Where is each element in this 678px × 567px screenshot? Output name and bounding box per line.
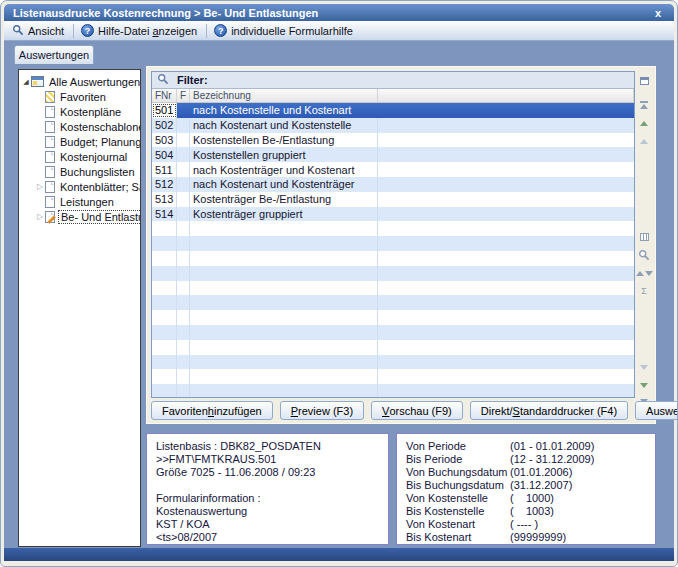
table-row-empty[interactable] [152, 384, 634, 398]
cell-f [177, 295, 190, 310]
sort-icon[interactable] [638, 267, 651, 279]
table-row[interactable]: 512nach Kostenart und Kostenträger [152, 177, 634, 192]
info-line: Größe 7025 - 11.06.2008 / 09:23 [156, 466, 379, 479]
criteria-value: (99999999) [510, 531, 566, 544]
cell-bezeichnung: Kostenträger gruppiert [190, 207, 378, 222]
table-row-empty[interactable] [152, 310, 634, 325]
table-row-empty[interactable] [152, 236, 634, 251]
cell-f [177, 147, 190, 162]
columns-icon[interactable] [638, 231, 651, 243]
table-row[interactable]: 503Kostenstellen Be-/Entlastung [152, 133, 634, 148]
close-button[interactable]: x [651, 7, 665, 19]
table-row-empty[interactable] [152, 221, 634, 236]
info-line: Formularinformation : [156, 492, 379, 505]
criteria-value: ( ---- ) [510, 518, 538, 531]
cell-bezeichnung: nach Kostenart und Kostenträger [190, 177, 378, 192]
table-row[interactable]: 511nach Kostenträger und Kostenart [152, 162, 634, 177]
tree-item-kostenjournal[interactable]: Kostenjournal [21, 149, 138, 164]
toolbar-individuelle-formularhilfe[interactable]: ?individuelle Formularhilfe [210, 23, 359, 38]
cell-f [177, 118, 190, 133]
tree-item-favoriten[interactable]: Favoriten [21, 89, 138, 104]
direkt-standarddrucker-f4-button[interactable]: Direkt/Standarddrucker (F4) [470, 401, 628, 420]
tree-expander-collapsed-icon[interactable]: ▷ [35, 212, 45, 221]
restore-window-icon[interactable] [638, 75, 651, 87]
scroll-top-icon[interactable] [638, 99, 651, 111]
info-line: KST / KOA [156, 518, 379, 531]
tree-item-label: Kostenschablonen [58, 121, 141, 133]
cell-bezeichnung: Kostenstellen Be-/Entlastung [190, 133, 378, 148]
criteria-label: Von Kostenstelle [406, 492, 510, 505]
scroll-up-icon[interactable] [638, 135, 651, 147]
page-icon [45, 136, 55, 148]
criteria-row: Bis Periode(12 - 31.12.2009) [406, 453, 646, 466]
scroll-pageup-icon[interactable] [638, 117, 651, 129]
table-row-empty[interactable] [152, 325, 634, 340]
cell-fnr [152, 340, 177, 355]
cell-f [177, 133, 190, 148]
sum-icon[interactable]: Σ [638, 285, 651, 297]
table-side-toolbar: Σ [636, 71, 652, 398]
cell-empty [378, 103, 634, 118]
table-row-empty[interactable] [152, 251, 634, 266]
toolbar-separator [73, 24, 74, 38]
toolbar-item-label: individuelle Formularhilfe [231, 25, 353, 37]
table-row-empty[interactable] [152, 266, 634, 281]
cell-fnr [152, 325, 177, 340]
tree-item-buchungslisten[interactable]: Buchungslisten [21, 164, 138, 179]
criteria-value: (31.12.2007) [510, 479, 572, 492]
vorschau-f9-button[interactable]: Vorschau (F9) [371, 401, 463, 420]
table-row[interactable]: 502nach Kostenart und Kostenstelle [152, 118, 634, 133]
column-header-fnr[interactable]: FNr [152, 89, 177, 102]
tree-expander-collapsed-icon[interactable]: ▷ [35, 182, 45, 191]
cell-fnr: 513 [152, 192, 177, 207]
table-row-empty[interactable] [152, 340, 634, 355]
tree-item-label: Kostenpläne [58, 106, 123, 118]
table-header: FNrFBezeichnung [152, 89, 634, 103]
cell-empty [378, 251, 634, 266]
tree-expander-expanded-icon[interactable]: ◢ [21, 78, 31, 86]
toolbar-hilfe-datei-anzeigen[interactable]: ?Hilfe-Datei anzeigen [77, 23, 203, 38]
tab-auswertungen[interactable]: Auswertungen [14, 45, 94, 64]
titlebar: Listenausdrucke Kostenrechnung > Be- Und… [4, 4, 674, 21]
tree-item-alle-auswertungen[interactable]: ◢Alle Auswertungen [21, 74, 138, 89]
cell-fnr [152, 355, 177, 370]
table-row-empty[interactable] [152, 281, 634, 296]
tree-item-kostenschablonen[interactable]: Kostenschablonen [21, 119, 138, 134]
preview-icon [12, 24, 24, 38]
favorites-icon [45, 91, 55, 103]
tree-item-kostenpl-ne[interactable]: Kostenpläne [21, 104, 138, 119]
criteria-label: Bis Buchungsdatum [406, 479, 510, 492]
column-header-f[interactable]: F [177, 89, 190, 102]
criteria-value: ( 1003) [510, 505, 554, 518]
table-row[interactable]: 513Kostenträger Be-/Entlastung [152, 192, 634, 207]
cell-bezeichnung [190, 236, 378, 251]
column-header-bezeichnung[interactable]: Bezeichnung [190, 89, 378, 102]
favoriten-hinzuf-gen-button[interactable]: Favoriten hinzufügen [151, 401, 273, 420]
table-row[interactable]: 501nach Kostenstelle und Kostenart [152, 103, 634, 118]
table-row-empty[interactable] [152, 355, 634, 370]
tree-item-be-und-entlastungen[interactable]: ▷Be- Und Entlastungen [21, 209, 138, 224]
scroll-down-icon[interactable] [638, 361, 651, 373]
table-row-empty[interactable] [152, 295, 634, 310]
cell-bezeichnung [190, 310, 378, 325]
auswertung-drucken-button[interactable]: Auswertung drucken [635, 401, 678, 420]
table-row[interactable]: 514Kostenträger gruppiert [152, 207, 634, 222]
criteria-label: Bis Periode [406, 453, 510, 466]
cell-empty [378, 207, 634, 222]
cell-empty [378, 325, 634, 340]
tree-item-budget-planung-prognose[interactable]: Budget; Planung; Prognose [21, 134, 138, 149]
search-icon[interactable] [638, 249, 651, 261]
table-row-empty[interactable] [152, 369, 634, 384]
filter-icon[interactable] [157, 71, 169, 89]
tree-item-label: Favoriten [58, 91, 108, 103]
tree-item-leistungen[interactable]: Leistungen [21, 194, 138, 209]
tree-item-kontenbl-tter-saldenlisten[interactable]: ▷Kontenblätter; Saldenlisten [21, 179, 138, 194]
tab-label: Auswertungen [19, 49, 89, 61]
cell-empty [378, 266, 634, 281]
scroll-pagedown-icon[interactable] [638, 379, 651, 391]
criteria-row: Von Kostenstelle( 1000) [406, 492, 646, 505]
table-row[interactable]: 504Kostenstellen gruppiert [152, 147, 634, 162]
preview-f3-button[interactable]: Preview (F3) [280, 401, 364, 420]
toolbar-ansicht[interactable]: Ansicht [8, 23, 70, 39]
cell-empty [378, 133, 634, 148]
